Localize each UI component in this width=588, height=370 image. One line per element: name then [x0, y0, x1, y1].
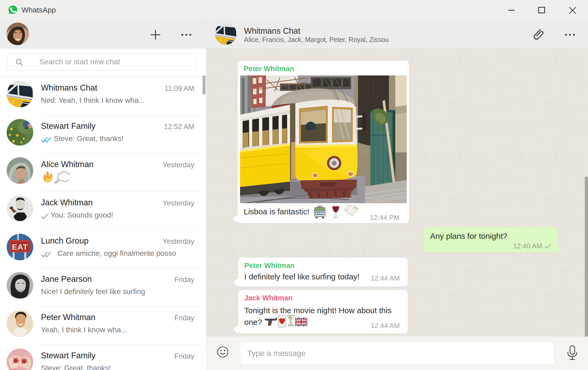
svg-text:EAT: EAT: [12, 243, 28, 251]
